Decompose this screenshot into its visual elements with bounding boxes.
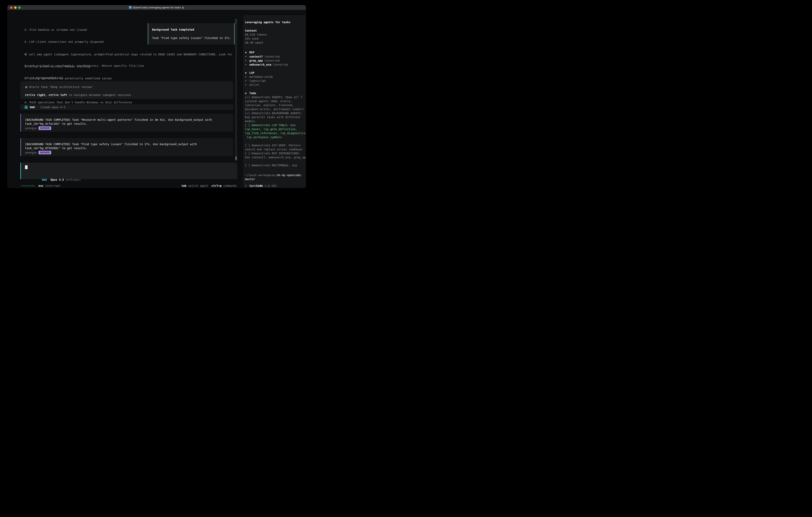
screen: [OpenCode] Leveraging agents for tasks ◐… — [0, 0, 313, 199]
status-badge: QUEUED — [38, 151, 51, 154]
oracle-task-title: ◉ Oracle Task "Deep architecture review" — [25, 85, 93, 88]
close-button[interactable] — [10, 6, 12, 9]
todo-item-pending: [ ] Demonstrate AST-GREP: Pattern search… — [245, 143, 306, 151]
commands-key-label: ctrl+p — [211, 184, 222, 187]
activity-dots-icon — [22, 185, 34, 186]
tab-action-text: switch agent — [188, 184, 208, 187]
chevron-down-icon: ▼ — [245, 71, 249, 75]
task-message-line: task_id="bg_6f59260c" to get results. — [25, 146, 87, 150]
bullet-icon: • — [245, 184, 249, 188]
mcp-item: •websearch_exa Connected — [245, 62, 306, 66]
chat-scrollbar-thumb[interactable] — [235, 157, 237, 160]
titlebar: [OpenCode] Leveraging agents for tasks ◐ — [7, 5, 306, 10]
task-message-meta: yeongyu QUEUED — [25, 126, 51, 130]
sidebar: Leveraging agents for tasks Context 66,5… — [243, 15, 306, 188]
todo-heading-text: Todo — [249, 91, 256, 95]
bullet-icon: • — [245, 59, 249, 62]
oracle-hint-keys: ctrl+x right, ctrl+x left — [25, 93, 67, 97]
tool-call-line: 2. String operations on potentially unde… — [24, 76, 232, 80]
notification-title: Background Task Completed — [152, 28, 194, 31]
text-cursor — [25, 165, 28, 169]
status-badge: QUEUED — [38, 126, 51, 130]
document-icon — [129, 6, 132, 9]
lsp-item: •markdown-oxide — [245, 75, 306, 79]
status-right: tab switch agent ctrl+p commands — [181, 184, 237, 188]
bullet-icon: • — [245, 79, 249, 83]
oracle-hint: ctrl+x right, ctrl+x left to navigate be… — [25, 93, 131, 97]
mcp-item: •context7 Connected — [245, 55, 306, 59]
mcp-item: •grep_app Connected — [245, 59, 306, 62]
zoom-button[interactable] — [18, 6, 21, 9]
minimize-button[interactable] — [14, 6, 17, 9]
lsp-item: •eslint — [245, 83, 306, 87]
scrollback-line: 4. LSP client connections not properly d… — [24, 40, 144, 44]
busy-spinner-icon: ◐ — [182, 6, 184, 9]
prompt-input[interactable]: OmOOpus 4.5Anthropic — [20, 163, 237, 179]
workspace-prefix: ~/local-workspaces/ — [245, 173, 277, 177]
input-agent-name: OmO — [42, 178, 47, 181]
lsp-name: markdown-oxide — [249, 75, 273, 79]
username: yeongyu — [25, 151, 37, 154]
mcp-name: grep_app — [249, 59, 263, 62]
lsp-name: typescript — [249, 79, 266, 83]
context-details: 66,518 tokens 33% used $0.46 spent — [245, 33, 306, 45]
input-provider-name: Anthropic — [66, 178, 81, 181]
section-mcp[interactable]: ▼MCP — [245, 50, 306, 55]
chevron-down-icon: ▼ — [245, 51, 249, 55]
bullet-icon: • — [245, 62, 249, 66]
oracle-task-label: Oracle Task "Deep architecture review" — [27, 85, 93, 88]
esc-action-label — [44, 184, 45, 187]
mcp-status-text: Connected — [273, 62, 288, 66]
lsp-list: •markdown-oxide •typescript •eslint — [245, 75, 306, 87]
app-name-light: Open — [249, 184, 256, 187]
mcp-status-text: Connected — [264, 55, 280, 59]
status-left: esc interrupt — [22, 184, 60, 188]
lsp-item: •typescript — [245, 79, 306, 83]
lsp-heading-text: LSP — [249, 71, 254, 74]
notification-body: Task "Find type safety issues" finished … — [152, 36, 231, 39]
username: yeongyu — [25, 127, 37, 130]
todo-item-pending: [ ] Demonstrate MULTIMODAL: Use — [245, 163, 306, 167]
chat-scrollbar[interactable] — [235, 19, 237, 161]
todo-item-done: [✓] Demonstrate BACKGROUND AGENTS: Run p… — [245, 111, 306, 123]
mcp-list: •context7 Connected •grep_app Connected … — [245, 55, 306, 66]
mcp-name: websearch_exa — [249, 62, 271, 66]
commands-shortcut: ctrl+p commands — [211, 184, 237, 187]
app-window: [OpenCode] Leveraging agents for tasks ◐… — [7, 5, 306, 188]
chat-area: 3. File handles or streams not closed 4.… — [20, 15, 237, 188]
bullet-icon: • — [245, 55, 249, 59]
notification-toast[interactable]: Background Task Completed Task "Find typ… — [148, 23, 235, 45]
task-message: [BACKGROUND TASK COMPLETED] Task "Find t… — [20, 138, 233, 156]
agent-icon — [25, 106, 27, 109]
mcp-status — [263, 55, 264, 59]
app-name-bold: Code — [256, 184, 263, 187]
tab-key-label: tab — [181, 184, 186, 187]
todo-item-pending: [ ] Demonstrate MCP INTEGRATIONS: Use co… — [245, 151, 306, 159]
context-heading: Context — [245, 29, 306, 33]
section-todo[interactable]: ▼Todo — [245, 91, 306, 96]
version-number-text: 1.0.163 — [264, 184, 276, 187]
separator-dot: · — [36, 106, 38, 109]
section-lsp[interactable]: ▼LSP — [245, 71, 306, 75]
tool-call-line: 1. Array access without bounds checking — [24, 64, 232, 69]
bullet-icon: • — [245, 83, 249, 87]
gear-icon: ⚙ — [24, 53, 27, 56]
agent-name: OmO — [30, 106, 35, 109]
app-version: •OpenCode 1.0.163 — [245, 184, 306, 188]
chevron-down-icon: ▼ — [245, 91, 249, 96]
mcp-status — [263, 59, 264, 62]
window-title-group: [OpenCode] Leveraging agents for tasks ◐ — [129, 6, 184, 9]
status-bar: esc interrupt tab switch agent ctrl+p co… — [20, 184, 237, 188]
scrollback-line: 3. File handles or streams not closed — [24, 28, 144, 32]
input-model-name: Opus 4.5 — [51, 178, 64, 181]
oracle-task-panel: ◉ Oracle Task "Deep architecture review"… — [20, 81, 233, 99]
mcp-name: context7 — [249, 55, 263, 59]
task-message-line: [BACKGROUND TASK COMPLETED] Task "Resear… — [25, 118, 212, 121]
chat-scrollbar-cap — [235, 19, 237, 24]
bullet-icon: • — [245, 75, 249, 79]
mcp-status-text: Connected — [264, 59, 280, 62]
mcp-status — [271, 62, 273, 66]
window-title: [OpenCode] Leveraging agents for tasks — [133, 6, 181, 9]
esc-action-text: interrupt — [45, 184, 60, 187]
oracle-hint-text: to navigate between subagent sessions — [67, 93, 131, 97]
